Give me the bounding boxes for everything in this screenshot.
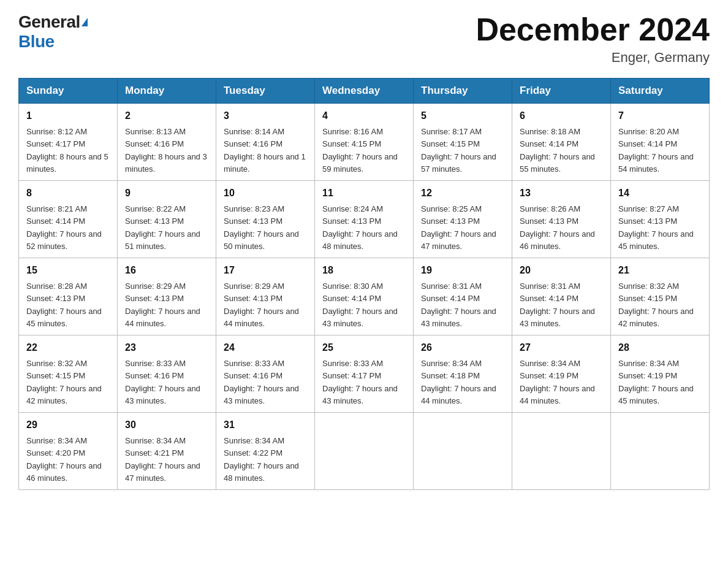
day-info: Sunrise: 8:23 AMSunset: 4:13 PMDaylight:… xyxy=(224,204,299,251)
day-number: 16 xyxy=(125,263,208,278)
day-number: 4 xyxy=(322,109,406,123)
day-info: Sunrise: 8:29 AMSunset: 4:13 PMDaylight:… xyxy=(125,282,200,328)
day-info: Sunrise: 8:12 AMSunset: 4:17 PMDaylight:… xyxy=(26,127,108,174)
day-info: Sunrise: 8:31 AMSunset: 4:14 PMDaylight:… xyxy=(421,282,496,328)
table-row: 15 Sunrise: 8:28 AMSunset: 4:13 PMDaylig… xyxy=(19,258,118,335)
table-row: 25 Sunrise: 8:33 AMSunset: 4:17 PMDaylig… xyxy=(315,335,414,413)
table-row: 6 Sunrise: 8:18 AMSunset: 4:14 PMDayligh… xyxy=(512,104,611,181)
day-number: 17 xyxy=(224,263,307,278)
calendar-week-4: 22 Sunrise: 8:32 AMSunset: 4:15 PMDaylig… xyxy=(19,335,710,413)
col-saturday: Saturday xyxy=(611,79,710,104)
day-info: Sunrise: 8:32 AMSunset: 4:15 PMDaylight:… xyxy=(26,359,102,405)
day-number: 11 xyxy=(322,186,406,201)
table-row: 5 Sunrise: 8:17 AMSunset: 4:15 PMDayligh… xyxy=(414,104,512,181)
day-number: 25 xyxy=(322,340,406,355)
table-row xyxy=(414,413,512,490)
day-number: 6 xyxy=(520,109,603,123)
table-row: 22 Sunrise: 8:32 AMSunset: 4:15 PMDaylig… xyxy=(19,335,118,413)
day-number: 15 xyxy=(26,263,110,278)
day-number: 13 xyxy=(520,186,603,201)
day-number: 2 xyxy=(125,109,208,123)
day-info: Sunrise: 8:20 AMSunset: 4:14 PMDaylight:… xyxy=(618,127,694,174)
col-sunday: Sunday xyxy=(19,79,118,104)
day-number: 26 xyxy=(421,340,504,355)
day-info: Sunrise: 8:28 AMSunset: 4:13 PMDaylight:… xyxy=(26,282,102,328)
col-friday: Friday xyxy=(512,79,611,104)
table-row: 20 Sunrise: 8:31 AMSunset: 4:14 PMDaylig… xyxy=(512,258,611,335)
logo-blue-text: Blue xyxy=(18,32,55,52)
logo-general-text: General xyxy=(18,12,80,32)
day-info: Sunrise: 8:18 AMSunset: 4:14 PMDaylight:… xyxy=(520,127,595,174)
day-number: 7 xyxy=(618,109,702,123)
col-wednesday: Wednesday xyxy=(315,79,414,104)
day-info: Sunrise: 8:34 AMSunset: 4:18 PMDaylight:… xyxy=(421,359,496,405)
calendar-week-5: 29 Sunrise: 8:34 AMSunset: 4:20 PMDaylig… xyxy=(19,413,710,490)
table-row: 8 Sunrise: 8:21 AMSunset: 4:14 PMDayligh… xyxy=(19,181,118,258)
table-row: 1 Sunrise: 8:12 AMSunset: 4:17 PMDayligh… xyxy=(19,104,118,181)
day-info: Sunrise: 8:33 AMSunset: 4:16 PMDaylight:… xyxy=(224,359,299,405)
table-row: 10 Sunrise: 8:23 AMSunset: 4:13 PMDaylig… xyxy=(216,181,315,258)
day-info: Sunrise: 8:34 AMSunset: 4:19 PMDaylight:… xyxy=(520,359,595,405)
day-number: 5 xyxy=(421,109,504,123)
day-number: 18 xyxy=(322,263,406,278)
day-info: Sunrise: 8:17 AMSunset: 4:15 PMDaylight:… xyxy=(421,127,496,174)
day-info: Sunrise: 8:14 AMSunset: 4:16 PMDaylight:… xyxy=(224,127,306,174)
calendar-week-3: 15 Sunrise: 8:28 AMSunset: 4:13 PMDaylig… xyxy=(19,258,710,335)
table-row: 19 Sunrise: 8:31 AMSunset: 4:14 PMDaylig… xyxy=(414,258,512,335)
table-row: 18 Sunrise: 8:30 AMSunset: 4:14 PMDaylig… xyxy=(315,258,414,335)
calendar-table: Sunday Monday Tuesday Wednesday Thursday… xyxy=(18,78,710,490)
day-number: 22 xyxy=(26,340,110,355)
day-info: Sunrise: 8:29 AMSunset: 4:13 PMDaylight:… xyxy=(224,282,299,328)
table-row: 9 Sunrise: 8:22 AMSunset: 4:13 PMDayligh… xyxy=(118,181,216,258)
day-number: 27 xyxy=(520,340,603,355)
day-info: Sunrise: 8:27 AMSunset: 4:13 PMDaylight:… xyxy=(618,204,694,251)
day-info: Sunrise: 8:26 AMSunset: 4:13 PMDaylight:… xyxy=(520,204,595,251)
day-info: Sunrise: 8:21 AMSunset: 4:14 PMDaylight:… xyxy=(26,204,102,251)
day-number: 31 xyxy=(224,418,307,432)
table-row: 26 Sunrise: 8:34 AMSunset: 4:18 PMDaylig… xyxy=(414,335,512,413)
day-number: 12 xyxy=(421,186,504,201)
day-info: Sunrise: 8:31 AMSunset: 4:14 PMDaylight:… xyxy=(520,282,595,328)
table-row: 30 Sunrise: 8:34 AMSunset: 4:21 PMDaylig… xyxy=(118,413,216,490)
day-number: 24 xyxy=(224,340,307,355)
location-label: Enger, Germany xyxy=(476,50,710,66)
day-info: Sunrise: 8:16 AMSunset: 4:15 PMDaylight:… xyxy=(322,127,398,174)
table-row: 13 Sunrise: 8:26 AMSunset: 4:13 PMDaylig… xyxy=(512,181,611,258)
table-row: 27 Sunrise: 8:34 AMSunset: 4:19 PMDaylig… xyxy=(512,335,611,413)
table-row: 12 Sunrise: 8:25 AMSunset: 4:13 PMDaylig… xyxy=(414,181,512,258)
day-info: Sunrise: 8:34 AMSunset: 4:20 PMDaylight:… xyxy=(26,436,102,483)
day-info: Sunrise: 8:24 AMSunset: 4:13 PMDaylight:… xyxy=(322,204,398,251)
table-row: 17 Sunrise: 8:29 AMSunset: 4:13 PMDaylig… xyxy=(216,258,315,335)
day-info: Sunrise: 8:33 AMSunset: 4:16 PMDaylight:… xyxy=(125,359,200,405)
day-info: Sunrise: 8:33 AMSunset: 4:17 PMDaylight:… xyxy=(322,359,398,405)
day-info: Sunrise: 8:34 AMSunset: 4:22 PMDaylight:… xyxy=(224,436,299,483)
logo: General Blue xyxy=(18,12,88,52)
col-tuesday: Tuesday xyxy=(216,79,315,104)
table-row xyxy=(315,413,414,490)
col-monday: Monday xyxy=(118,79,216,104)
month-title: December 2024 xyxy=(476,12,710,47)
calendar-week-2: 8 Sunrise: 8:21 AMSunset: 4:14 PMDayligh… xyxy=(19,181,710,258)
day-number: 3 xyxy=(224,109,307,123)
calendar-week-1: 1 Sunrise: 8:12 AMSunset: 4:17 PMDayligh… xyxy=(19,104,710,181)
day-number: 1 xyxy=(26,109,110,123)
col-thursday: Thursday xyxy=(414,79,512,104)
table-row: 7 Sunrise: 8:20 AMSunset: 4:14 PMDayligh… xyxy=(611,104,710,181)
table-row xyxy=(512,413,611,490)
day-number: 10 xyxy=(224,186,307,201)
title-section: December 2024 Enger, Germany xyxy=(476,12,710,66)
day-info: Sunrise: 8:34 AMSunset: 4:19 PMDaylight:… xyxy=(618,359,694,405)
table-row: 3 Sunrise: 8:14 AMSunset: 4:16 PMDayligh… xyxy=(216,104,315,181)
table-row: 24 Sunrise: 8:33 AMSunset: 4:16 PMDaylig… xyxy=(216,335,315,413)
day-number: 28 xyxy=(618,340,702,355)
logo-triangle-icon xyxy=(82,18,88,26)
table-row: 11 Sunrise: 8:24 AMSunset: 4:13 PMDaylig… xyxy=(315,181,414,258)
table-row: 28 Sunrise: 8:34 AMSunset: 4:19 PMDaylig… xyxy=(611,335,710,413)
day-number: 19 xyxy=(421,263,504,278)
page-header: General Blue December 2024 Enger, German… xyxy=(18,12,710,66)
table-row xyxy=(611,413,710,490)
table-row: 31 Sunrise: 8:34 AMSunset: 4:22 PMDaylig… xyxy=(216,413,315,490)
table-row: 23 Sunrise: 8:33 AMSunset: 4:16 PMDaylig… xyxy=(118,335,216,413)
table-row: 29 Sunrise: 8:34 AMSunset: 4:20 PMDaylig… xyxy=(19,413,118,490)
day-info: Sunrise: 8:34 AMSunset: 4:21 PMDaylight:… xyxy=(125,436,200,483)
